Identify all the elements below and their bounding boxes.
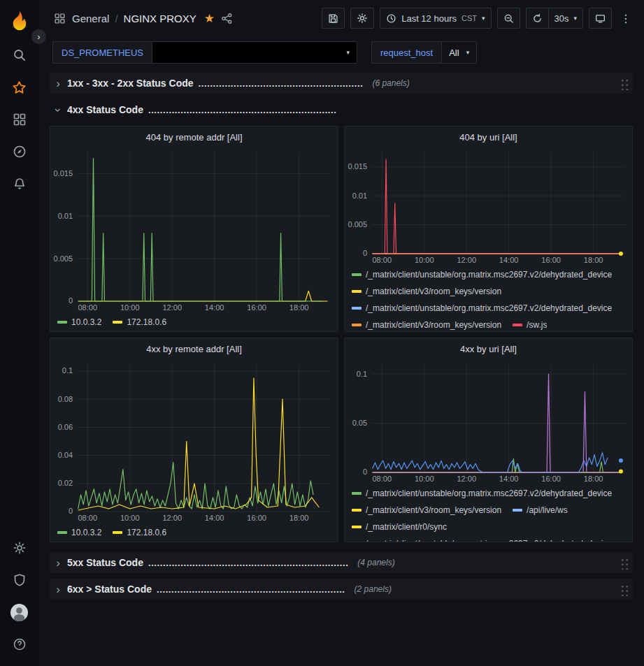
legend-item[interactable]: /_matrix/client/v3/room_keys/version [352,502,501,518]
legend-color-mark [352,526,362,528]
legend-label: /_matrix/client/v3/room_keys/version [366,502,501,518]
row-drag-handle-icon[interactable] [620,77,629,90]
sidebar-expand-button[interactable]: › [31,29,46,44]
cycle-view-mode-button[interactable] [589,8,612,29]
legend-label: /_matrix/client/v3/room_keys/version [366,317,501,332]
legend-item[interactable]: /sw.js [513,317,547,332]
svg-text:0: 0 [363,468,367,477]
legend-color-mark [352,509,362,512]
topbar-actions: Last 12 hours CST ▾ 30s ▾ [322,8,634,29]
server-admin-shield-icon[interactable] [3,564,36,596]
panel-title[interactable]: 4xx by uri [All] [345,338,632,359]
svg-text:08:00: 08:00 [372,475,392,483]
svg-text:0.06: 0.06 [58,423,73,431]
refresh-interval-picker[interactable]: 30s ▾ [549,8,584,29]
time-range-picker[interactable]: Last 12 hours CST ▾ [380,8,491,29]
breadcrumb-dashboard-title[interactable]: NGINX PROXY [124,13,196,24]
legend-color-mark [57,531,67,534]
legend-item[interactable]: /_matrix/client/v3/room_keys/version [352,284,501,299]
panel-4xx-by-uri: 4xx by uri [All] 00.050.108:0010:0012:00… [344,338,633,542]
svg-text:14:00: 14:00 [205,303,224,312]
grafana-logo-icon[interactable] [8,10,31,32]
row-title: 6xx > Status Code [67,584,152,595]
chevron-right-icon: › [54,557,62,569]
svg-text:0.01: 0.01 [58,212,73,220]
search-icon[interactable] [3,39,36,71]
alerting-bell-icon[interactable] [3,168,36,200]
dashboards-icon[interactable] [3,103,36,136]
legend-color-mark [352,273,362,276]
caret-down-icon: ▾ [573,15,577,22]
row-6xx-status-code[interactable]: › 6xx > Status Code ....................… [50,579,633,600]
refresh-button[interactable] [526,8,549,29]
share-icon[interactable] [221,13,233,24]
chevron-right-icon: › [54,78,62,89]
legend-item[interactable]: /api/live/ws [513,502,568,518]
legend-item[interactable]: /_matrix/client/unstable/org.matrix.msc2… [352,536,612,542]
row-drag-handle-icon[interactable] [620,583,629,596]
row-4xx-status-code[interactable]: › 4xx Status Code ......................… [50,99,633,120]
legend-item[interactable]: 172.18.0.6 [113,314,166,330]
variable-value-label: All [449,48,459,58]
legend-item[interactable]: /_matrix/client/unstable/org.matrix.msc2… [352,267,612,282]
user-avatar[interactable] [3,596,36,628]
breadcrumb-folder[interactable]: General [72,13,109,24]
legend-item[interactable]: 10.0.3.2 [57,525,101,540]
chart-404-by-uri[interactable]: 00.0050.010.01508:0010:0012:0014:0016:00… [345,147,632,266]
legend-label: 10.0.3.2 [71,525,101,540]
variable-select-ds[interactable]: ▾ [152,41,357,64]
row-panel-count: (4 panels) [357,558,394,567]
starred-dashboards-icon[interactable] [3,71,36,103]
legend-label: /_matrix/client/unstable/org.matrix.msc2… [366,301,612,316]
row-drag-handle-icon[interactable] [620,556,629,570]
legend-label: /api/live/ws [527,502,568,518]
panels-grid: 404 by remote addr [All] 00.0050.010.015… [50,126,633,542]
zoom-out-button[interactable] [497,8,520,29]
dashboard-apps-icon[interactable] [54,13,66,24]
svg-text:0.02: 0.02 [58,479,73,487]
configuration-gear-icon[interactable] [3,532,36,564]
legend: 10.0.3.2172.18.0.6 [50,524,338,542]
save-dashboard-button[interactable] [322,8,345,29]
legend-item[interactable]: /_matrix/client/unstable/org.matrix.msc2… [352,486,612,501]
refresh-group: 30s ▾ [526,8,584,29]
chart-4xx-by-remote-addr[interactable]: 00.020.040.060.080.108:0010:0012:0014:00… [50,359,338,524]
help-icon[interactable] [3,628,36,660]
explore-compass-icon[interactable] [3,136,36,168]
svg-text:12:00: 12:00 [457,475,476,483]
caret-down-icon: ▾ [347,50,350,56]
svg-text:0.1: 0.1 [357,370,367,378]
row-title-dots: ........................................… [148,105,337,115]
panel-title[interactable]: 404 by uri [All] [345,126,632,147]
dashboard-content: › 1xx - 3xx - 2xx Status Code ..........… [38,71,644,666]
clock-icon [386,13,396,24]
legend-item[interactable]: /_matrix/client/unstable/org.matrix.msc2… [352,301,612,316]
kebab-menu-icon[interactable]: ⋮ [617,8,634,29]
panel-title[interactable]: 4xx by remote addr [All] [50,338,338,359]
chevron-right-icon: › [37,32,40,41]
svg-text:12:00: 12:00 [457,256,476,264]
row-panel-count: (6 panels) [372,78,409,88]
legend-item[interactable]: 172.18.0.6 [113,525,166,540]
dashboard-settings-button[interactable] [350,8,374,29]
row-5xx-status-code[interactable]: › 5xx Status Code ......................… [50,552,633,573]
svg-text:10:00: 10:00 [120,514,140,522]
variables-bar: DS_PROMETHEUS ▾ request_host All ▾ [38,36,644,71]
panel-4xx-by-remote-addr: 4xx by remote addr [All] 00.020.040.060.… [50,338,338,542]
svg-text:0.08: 0.08 [58,395,73,403]
legend-item[interactable]: /_matrix/client/r0/sync [352,519,447,535]
legend-color-mark [113,531,122,534]
caret-down-icon: ▾ [482,15,485,22]
chart-4xx-by-uri[interactable]: 00.050.108:0010:0012:0014:0016:0018:00 [345,359,632,485]
favorite-star-icon[interactable]: ★ [204,13,215,24]
legend-item[interactable]: 10.0.3.2 [57,314,101,330]
legend-item[interactable]: /_matrix/client/v3/room_keys/version [352,317,501,332]
svg-text:08:00: 08:00 [78,514,97,522]
legend-color-mark [57,321,67,324]
refresh-interval-label: 30s [554,13,569,24]
row-title-dots: ........................................… [157,584,345,595]
panel-title[interactable]: 404 by remote addr [All] [50,126,338,147]
variable-select-request-host[interactable]: All ▾ [441,41,477,64]
row-1xx-3xx-2xx-status-code[interactable]: › 1xx - 3xx - 2xx Status Code ..........… [50,73,633,94]
chart-404-by-remote-addr[interactable]: 00.0050.010.01508:0010:0012:0014:0016:00… [50,147,338,314]
